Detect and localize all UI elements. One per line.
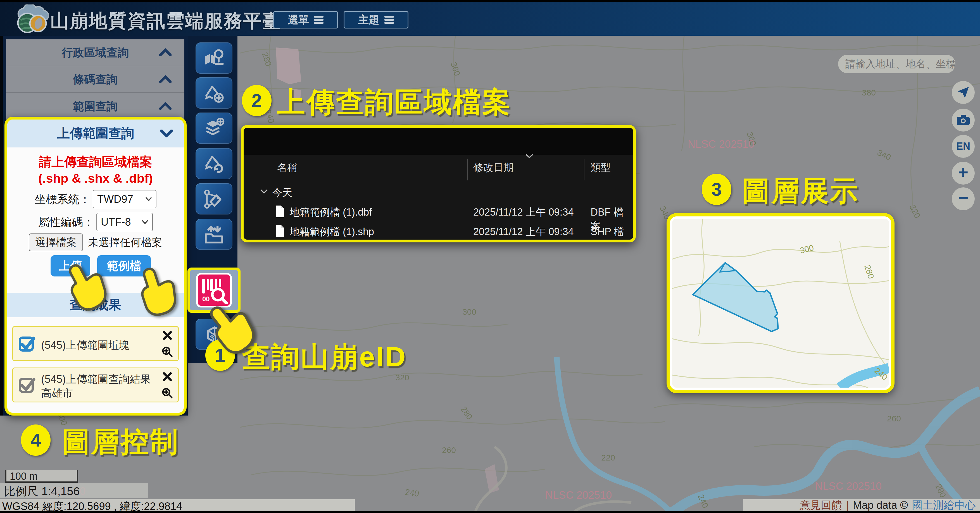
zoom-in-button[interactable]: + <box>952 162 975 184</box>
layer-card-label: (545)上傳範圍坵塊 <box>41 338 130 353</box>
layer-preview-panel: 300 280 240 <box>667 213 894 393</box>
layer-card-upload-parcel[interactable]: (545)上傳範圍坵塊 <box>12 326 179 361</box>
annotation-text-2: 上傳查詢區域檔案 <box>277 84 512 121</box>
map-location-tool-button[interactable] <box>196 43 232 74</box>
layers-add-icon <box>202 116 226 140</box>
encoding-value: UTF-8 <box>101 216 131 228</box>
theme-button-label: 主題 <box>358 13 379 27</box>
zoom-to-layer-icon[interactable] <box>161 387 173 399</box>
barcode-digits: 00 <box>202 295 210 303</box>
file-date: 2025/11/12 上午 09:34 <box>473 225 574 239</box>
upload-warning-line1: 請上傳查詢區域檔案 <box>7 154 184 170</box>
map-watermark: NLSC 202510 <box>545 489 612 501</box>
file-icon <box>275 205 285 218</box>
layers-add-tool-button[interactable] <box>196 113 232 144</box>
checkbox-checked-icon[interactable] <box>18 376 37 395</box>
annotation-text-1: 查詢山崩eID <box>242 338 407 376</box>
file-name: 地籍範例檔 (1).shp <box>290 225 374 239</box>
file-row[interactable]: 地籍範例檔 (1).dbf 2025/11/12 上午 09:34 DBF 檔案 <box>243 203 633 220</box>
column-divider[interactable] <box>584 159 584 180</box>
scale-bar-label: 100 m <box>10 470 38 482</box>
sidebar-item-range-query[interactable]: 範圍查詢 <box>6 93 185 120</box>
contour-label: 260 <box>442 445 456 455</box>
sort-chevron-icon <box>525 154 534 159</box>
sidebar-item-admin-area-query[interactable]: 行政區域查詢 <box>6 40 185 66</box>
cursor-coordinates-text: WGS84 經度:120.5699 , 緯度:22.9814 <box>0 499 355 511</box>
search-bar <box>838 55 955 73</box>
app-logo <box>16 5 49 36</box>
file-name: 地籍範例檔 (1).dbf <box>290 205 372 219</box>
zoom-to-layer-icon[interactable] <box>161 346 173 358</box>
annotation-text-3: 圖層展示 <box>742 173 859 210</box>
import-export-tool-button[interactable] <box>196 219 232 250</box>
column-divider[interactable] <box>467 159 468 180</box>
column-header-date[interactable]: 修改日期 <box>473 161 514 175</box>
contour-label: 300 <box>462 307 476 317</box>
chevron-up-icon <box>159 75 172 83</box>
agency-link[interactable]: 國土測繪中心 <box>912 498 975 513</box>
file-row[interactable]: 地籍範例檔 (1).shx 2025/11/12 上午 09:34 SHX 檔案 <box>243 242 633 242</box>
screenshot-button[interactable] <box>952 109 975 132</box>
close-icon[interactable] <box>162 330 172 340</box>
menu-button-label: 選單 <box>288 13 309 27</box>
annotation-text-4: 圖層控制 <box>62 423 179 461</box>
chevron-up-icon <box>159 102 172 110</box>
sidebar-item-label: 條碼查詢 <box>73 72 118 87</box>
file-icon <box>275 224 285 237</box>
page-title: 山崩地質資訊雲端服務平臺 <box>50 8 282 33</box>
annotation-badge-2: 2 <box>242 85 272 116</box>
contour-label: 240 <box>404 487 420 499</box>
badge-number: 2 <box>252 90 262 111</box>
chevron-down-icon <box>145 197 152 201</box>
file-row[interactable]: 地籍範例檔 (1).shp 2025/11/12 上午 09:34 SHP 檔案 <box>243 222 633 240</box>
encoding-label: 屬性編碼： <box>38 214 94 230</box>
zoom-out-button[interactable]: − <box>952 187 975 210</box>
hamburger-icon <box>384 16 394 17</box>
layer-card-sublabel: 高雄市 <box>41 386 73 400</box>
contour-label: 380 <box>862 88 876 97</box>
menu-button[interactable]: 選單 <box>273 11 338 29</box>
hamburger-icon <box>314 16 323 17</box>
plus-icon: + <box>958 162 968 182</box>
camera-icon <box>956 114 970 126</box>
encoding-select[interactable]: UTF-8 <box>96 213 153 231</box>
checkbox-checked-icon[interactable] <box>18 334 37 354</box>
coord-system-value: TWD97 <box>97 193 133 205</box>
column-header-name[interactable]: 名稱 <box>277 161 297 175</box>
app-header: 山崩地質資訊雲端服務平臺 選單 主題 <box>0 0 980 36</box>
pen-tool-icon <box>202 187 226 211</box>
column-header-type[interactable]: 類型 <box>590 161 611 175</box>
theme-button[interactable]: 主題 <box>344 11 409 29</box>
map-location-icon <box>202 46 226 70</box>
pen-tool-button[interactable] <box>196 183 232 214</box>
map-add-icon <box>202 81 226 105</box>
sidebar-item-label: 行政區域查詢 <box>62 45 129 60</box>
map-watermark: NLSC 202510 <box>815 480 882 492</box>
sidebar-item-label: 範圍查詢 <box>73 98 118 114</box>
close-icon[interactable] <box>162 372 172 382</box>
choose-file-label: 選擇檔案 <box>35 235 76 249</box>
bottom-edge-bar <box>0 511 980 513</box>
choose-file-button[interactable]: 選擇檔案 <box>29 233 83 251</box>
language-button[interactable]: EN <box>952 135 975 158</box>
language-label: EN <box>956 140 970 152</box>
layer-card-upload-result[interactable]: (545)上傳範圍查詢結果 高雄市 <box>12 367 179 402</box>
contour-label: 220 <box>601 453 615 462</box>
tab-upload-range-query[interactable]: 上傳範圍查詢 <box>7 119 184 148</box>
coord-system-select[interactable]: TWD97 <box>93 190 156 208</box>
map-add-tool-button[interactable] <box>196 77 232 109</box>
file-date: 2025/11/12 上午 09:34 <box>473 205 574 219</box>
locate-me-button[interactable] <box>952 81 975 104</box>
layer-card-label: (545)上傳範圍查詢結果 <box>41 372 151 386</box>
search-input[interactable] <box>838 58 955 70</box>
group-label[interactable]: 今天 <box>272 186 292 200</box>
file-type: SHP 檔案 <box>590 225 633 242</box>
layer-preview-map: 300 280 240 <box>670 216 891 390</box>
map-refresh-icon <box>202 152 226 175</box>
panel-title: 上傳範圍查詢 <box>57 125 134 142</box>
no-file-selected-text: 未選擇任何檔案 <box>88 235 162 250</box>
map-refresh-tool-button[interactable] <box>196 148 232 179</box>
feedback-link[interactable]: 意見回饋 <box>800 498 842 513</box>
sidebar-item-barcode-query[interactable]: 條碼查詢 <box>6 66 185 93</box>
group-chevron-icon[interactable] <box>260 189 268 194</box>
